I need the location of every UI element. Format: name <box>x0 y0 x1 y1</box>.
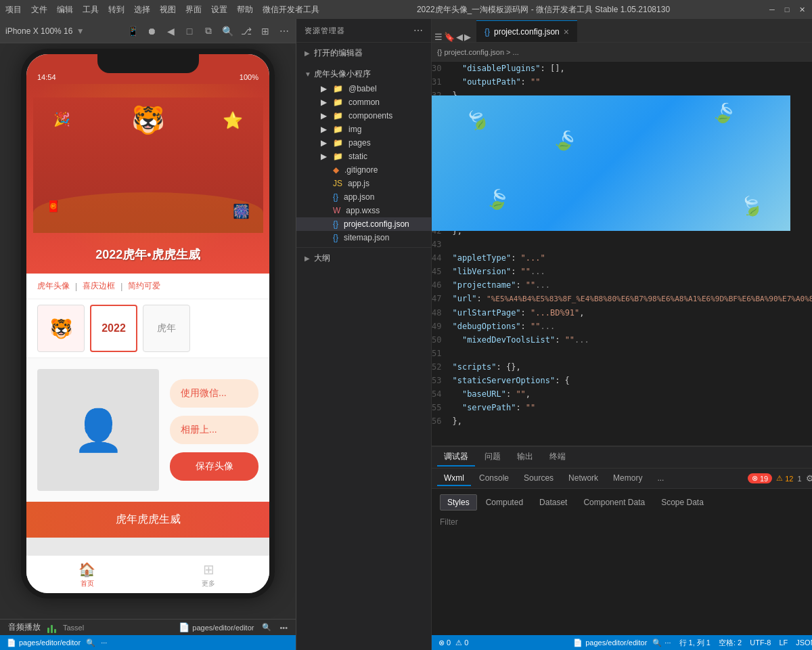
tab-terminal[interactable]: 终端 <box>543 448 572 467</box>
nav-home[interactable]: 🏠 首页 <box>26 561 148 588</box>
phone-icon[interactable]: 📱 <box>127 25 139 37</box>
branch-icon[interactable]: ⎇ <box>240 25 252 37</box>
menu-help[interactable]: 帮助 <box>237 4 253 16</box>
tab-problems[interactable]: 问题 <box>478 448 508 467</box>
title-bar: 项目 文件 编辑 工具 转到 选择 视图 界面 设置 帮助 微信开发者工具 20… <box>0 0 812 19</box>
style-tab-dataset[interactable]: Dataset <box>532 494 574 511</box>
tab-network[interactable]: Network <box>562 471 605 486</box>
generate-button[interactable]: 虎年虎虎生威 <box>26 502 269 538</box>
tree-item-img[interactable]: ▶ 📁 img <box>296 123 431 136</box>
code-line-52: 52 "scripts": {}, <box>432 360 812 374</box>
close-button[interactable]: ✕ <box>797 5 807 14</box>
stop-icon[interactable]: □ <box>183 25 196 37</box>
editor-nav-fwd[interactable]: ▶ <box>464 32 471 42</box>
tab-wxml[interactable]: Wxml <box>437 471 471 486</box>
style-tab-computed[interactable]: Computed <box>478 494 531 511</box>
path-more[interactable]: ••• <box>279 624 288 632</box>
open-editors-label: 打开的编辑器 <box>314 47 363 59</box>
save-avatar-button[interactable]: 保存头像 <box>170 452 258 481</box>
filter-input[interactable] <box>440 517 807 527</box>
tab-icon: {} <box>484 27 490 37</box>
menu-edit[interactable]: 编辑 <box>57 4 73 16</box>
tab-console[interactable]: Console <box>472 471 516 486</box>
folder-color-babel: 📁 <box>333 84 343 93</box>
editor-body[interactable]: 🍃 🍃 🍃 🍃 🍃 30 "disablePlugins": [], <box>432 62 812 446</box>
path-more-icon[interactable]: ··· <box>664 638 671 647</box>
editor-toolbar-icon-2[interactable]: 🔖 <box>444 32 455 42</box>
editor-tabs: ☰ 🔖 ◀ ▶ {} project.config.json × ⊟ ··· <box>432 19 812 43</box>
path-search-icon[interactable]: 🔍 <box>652 638 662 647</box>
nav-more[interactable]: ⊞ 更多 <box>148 561 270 588</box>
search-sim-icon[interactable]: 🔍 <box>221 25 233 37</box>
menu-project[interactable]: 项目 <box>5 4 22 16</box>
tree-item-babel[interactable]: ▶ 📁 @babel <box>296 82 431 95</box>
arrow-open: ▶ <box>304 49 311 57</box>
wechat-avatar-button[interactable]: 使用微信... <box>170 379 258 408</box>
code-line-53: 53 "staticServerOptions": { <box>432 374 812 387</box>
avatar-placeholder: 👤 <box>37 369 159 491</box>
grid-icon[interactable]: ⊞ <box>259 25 271 37</box>
tree-item-appjson[interactable]: {} app.json <box>296 190 431 204</box>
tab-debugger[interactable]: 调试器 <box>437 448 475 467</box>
main-layout: iPhone X 100% 16 ▼ 📱 ⏺ ◀ □ ⧉ 🔍 ⎇ ⊞ ⋯ <box>0 19 812 650</box>
tab-project-config[interactable]: {} project.config.json × <box>476 20 577 42</box>
nav-home-label: 首页 <box>81 579 94 588</box>
prev-icon[interactable]: ◀ <box>164 25 177 37</box>
tree-item-sitemap[interactable]: {} sitemap.json <box>296 231 431 244</box>
line-col: 行 1, 列 1 <box>679 638 710 648</box>
wxss-file-icon: W <box>333 206 340 215</box>
tree-open-editors[interactable]: ▶ 打开的编辑器 <box>296 45 431 61</box>
status-left: ⊗ 0 ⚠ 0 <box>438 638 468 647</box>
menu-tool[interactable]: 工具 <box>83 4 99 16</box>
frame-thumb-3[interactable]: 虎年 <box>143 305 190 352</box>
tab-output[interactable]: 输出 <box>510 448 540 467</box>
more-icon[interactable]: ⋯ <box>278 25 290 37</box>
outline-toggle[interactable]: ▶ 大纲 <box>296 251 431 266</box>
tree-project-root[interactable]: ▼ 虎年头像小程序 <box>296 66 431 82</box>
tree-item-common[interactable]: ▶ 📁 common <box>296 95 431 109</box>
tab-sources[interactable]: Sources <box>517 471 560 486</box>
menu-interface[interactable]: 界面 <box>185 4 202 16</box>
menu-file[interactable]: 文件 <box>31 4 47 16</box>
editor-toolbar-icon-1[interactable]: ☰ <box>434 32 443 42</box>
new-file-icon[interactable]: ⋯ <box>413 25 423 36</box>
album-button[interactable]: 相册上... <box>170 416 258 444</box>
record-icon[interactable]: ⏺ <box>145 25 158 37</box>
menu-devtools[interactable]: 微信开发者工具 <box>263 4 319 16</box>
path-icon[interactable]: 🔍 <box>262 623 271 632</box>
tab-memory[interactable]: Memory <box>606 471 649 486</box>
menu-view[interactable]: 视图 <box>160 4 176 16</box>
minimize-button[interactable]: ─ <box>767 5 777 14</box>
style-tab-component[interactable]: Component Data <box>576 494 652 511</box>
menu-goto[interactable]: 转到 <box>108 4 125 16</box>
menu-settings[interactable]: 设置 <box>211 4 227 16</box>
debug-content: Styles Computed Dataset Component Data S… <box>432 489 812 635</box>
editor-main: ☰ 🔖 ◀ ▶ {} project.config.json × ⊟ ··· <box>432 19 812 650</box>
tree-item-appjs[interactable]: JS app.js <box>296 177 431 190</box>
tree-item-gitignore[interactable]: ◆ .gitignore <box>296 163 431 177</box>
tab-close-button[interactable]: × <box>564 26 569 37</box>
error-status-icon: ⊗ <box>438 638 445 647</box>
style-tab-scope[interactable]: Scope Data <box>654 494 711 511</box>
settings-debug-icon[interactable]: ⚙ <box>806 473 812 483</box>
frame-thumb-2[interactable]: 2022 <box>90 305 137 352</box>
style-tab-styles[interactable]: Styles <box>440 494 477 511</box>
tree-item-pages[interactable]: ▶ 📁 pages <box>296 136 431 150</box>
outline-label: 大纲 <box>314 253 330 264</box>
menu-select[interactable]: 选择 <box>134 4 150 16</box>
format: JSON <box>796 638 812 647</box>
file-tree-title: 资源管理器 <box>304 26 345 36</box>
tree-item-components[interactable]: ▶ 📁 components <box>296 109 431 123</box>
tree-item-appwxss[interactable]: W app.wxss <box>296 204 431 217</box>
maximize-button[interactable]: □ <box>782 5 792 14</box>
tree-item-static[interactable]: ▶ 📁 static <box>296 150 431 163</box>
editor-nav-back[interactable]: ◀ <box>456 32 463 42</box>
tree-item-projectconfig[interactable]: {} project.config.json <box>296 217 431 231</box>
window-controls: ─ □ ✕ <box>767 5 807 14</box>
status-path[interactable]: 📄 pages/editor/editor 🔍 ··· <box>573 638 671 647</box>
folder-icon-2: ▶ <box>321 98 330 107</box>
frame-thumb-1[interactable]: 🐯 <box>37 305 85 352</box>
folder-color-common: 📁 <box>333 98 343 107</box>
copy-icon[interactable]: ⧉ <box>202 25 215 37</box>
tab-more-devtools[interactable]: ... <box>650 471 671 486</box>
